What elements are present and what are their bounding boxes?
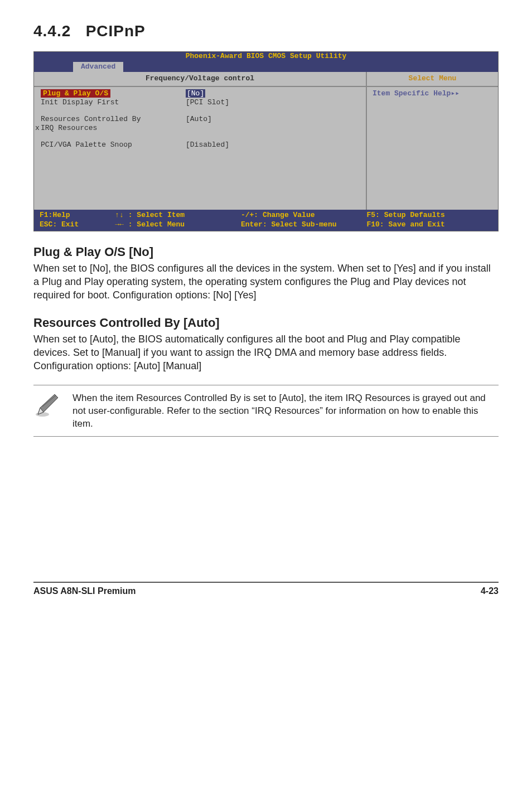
pencil-note-icon (33, 391, 61, 419)
para-resources-a: When set to [Auto], the BIOS automatical… (33, 332, 499, 360)
irq-disabled-marker: x (35, 124, 41, 133)
bios-screenshot: Phoenix-Award BIOS CMOS Setup Utility Ad… (33, 51, 499, 231)
row-init-display-value[interactable]: [PCI Slot] (186, 98, 229, 107)
page-footer: ASUS A8N-SLI Premium 4-23 (33, 582, 499, 596)
note-box: When the item Resources Controlled By is… (33, 385, 499, 437)
section-title: PCIPnP (86, 22, 146, 40)
footer-f1: F1:Help (40, 211, 115, 220)
bios-help-pane: Item Specific Help▸▸ (367, 87, 498, 210)
section-number: 4.4.2 (33, 22, 71, 40)
bios-tab-bar: Advanced (34, 62, 498, 72)
bios-title: Phoenix-Award BIOS CMOS Setup Utility (34, 52, 498, 62)
row-plug-play-label[interactable]: Plug & Play O/S (41, 89, 110, 98)
bios-footer: F1:Help ESC: Exit ↑↓ : Select Item →← : … (34, 210, 498, 231)
row-plug-play-value[interactable]: [No] (186, 89, 205, 98)
bios-settings-pane: Plug & Play O/S [No] Init Display First … (34, 87, 367, 210)
help-title: Item Specific Help▸▸ (373, 89, 492, 99)
row-palette-value[interactable]: [Disabled] (186, 141, 229, 149)
footer-change-value: -/+: Change Value (241, 211, 367, 220)
row-irq-res-label: IRQ Resources (41, 124, 186, 133)
heading-resources: Resources Controlled By [Auto] (33, 316, 499, 330)
footer-f10: F10: Save and Exit (366, 220, 492, 230)
heading-plug-play: Plug & Play O/S [No] (33, 245, 499, 259)
section-heading: 4.4.2 PCIPnP (33, 22, 499, 40)
row-init-display-label[interactable]: Init Display First (41, 98, 186, 107)
bios-tab-advanced[interactable]: Advanced (73, 62, 123, 72)
para-resources-b: Configuration options: [Auto] [Manual] (33, 359, 499, 373)
bios-header-row: Frequency/Voltage control Select Menu (34, 72, 498, 87)
row-palette-label[interactable]: PCI/VGA Palette Snoop (41, 141, 186, 149)
footer-select-menu: →← : Select Menu (115, 220, 241, 230)
footer-page-number: 4-23 (481, 586, 499, 596)
footer-f5: F5: Setup Defaults (366, 211, 492, 220)
footer-enter: Enter: Select Sub-menu (241, 220, 367, 230)
footer-product: ASUS A8N-SLI Premium (33, 586, 136, 596)
bios-header-left: Frequency/Voltage control (34, 72, 367, 87)
footer-select-item: ↑↓ : Select Item (115, 211, 241, 220)
note-text: When the item Resources Controlled By is… (72, 391, 499, 431)
footer-esc: ESC: Exit (40, 220, 115, 230)
para-plug-play: When set to [No], the BIOS configures al… (33, 262, 499, 302)
bios-header-right: Select Menu (367, 72, 498, 87)
row-res-ctrl-value[interactable]: [Auto] (186, 115, 212, 124)
row-res-ctrl-label[interactable]: Resources Controlled By (41, 115, 186, 124)
